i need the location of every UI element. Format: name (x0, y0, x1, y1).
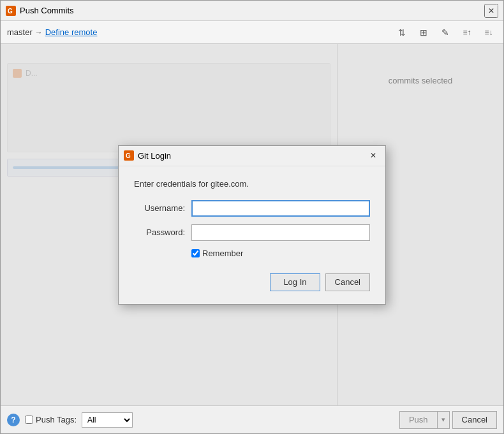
dialog-git-icon: G (124, 150, 134, 161)
branch-info: master → Define remote (7, 27, 394, 37)
define-remote-link[interactable]: Define remote (45, 27, 98, 37)
username-input[interactable] (191, 200, 370, 217)
app-icon: G (6, 6, 16, 16)
login-button[interactable]: Log In (270, 273, 320, 291)
remember-row: Remember (191, 249, 370, 258)
bottom-right-buttons: Push ▾ Cancel (399, 411, 497, 429)
password-label: Password: (134, 228, 185, 237)
branch-bar: master → Define remote ⇅ ⊞ ✎ ≡↑ ≡↓ (1, 21, 503, 44)
branch-name: master (7, 27, 33, 37)
dialog-close-button[interactable]: ✕ (366, 148, 380, 163)
push-tags-group: Push Tags: (25, 415, 77, 424)
branch-arrow: → (35, 28, 43, 37)
svg-text:G: G (8, 8, 13, 15)
dialog-title: Git Login (138, 151, 366, 161)
remember-checkbox[interactable] (191, 249, 200, 257)
username-row: Username: (134, 200, 370, 217)
dialog-title-bar: G Git Login ✕ (119, 146, 385, 166)
content-area: D... Cancel commits selected (1, 44, 503, 405)
toolbar-btn-5[interactable]: ≡↓ (480, 25, 497, 40)
git-login-dialog: G Git Login ✕ Enter credentials for gite… (118, 145, 386, 305)
dialog-cancel-button[interactable]: Cancel (325, 273, 370, 291)
dialog-backdrop: G Git Login ✕ Enter credentials for gite… (1, 44, 503, 405)
dialog-buttons: Log In Cancel (134, 271, 370, 291)
window-title: Push Commits (20, 6, 484, 15)
main-window: G Push Commits ✕ master → Define remote … (0, 0, 504, 434)
help-button[interactable]: ? (7, 414, 20, 426)
dialog-body: Enter credentials for gitee.com. Usernam… (119, 166, 385, 304)
window-close-button[interactable]: ✕ (484, 4, 498, 18)
svg-text:G: G (126, 152, 131, 159)
main-cancel-button[interactable]: Cancel (452, 411, 497, 429)
toolbar-btn-3[interactable]: ✎ (437, 25, 454, 40)
password-input[interactable] (191, 224, 370, 241)
tags-select[interactable]: All (82, 412, 133, 428)
bottom-bar: ? Push Tags: All Push ▾ Cancel (1, 405, 503, 433)
username-label: Username: (134, 203, 185, 213)
title-bar: G Push Commits ✕ (1, 1, 503, 21)
toolbar-btn-2[interactable]: ⊞ (415, 25, 432, 40)
push-tags-checkbox[interactable] (25, 416, 33, 424)
push-btn-group: Push ▾ (399, 411, 450, 429)
push-tags-label: Push Tags: (36, 415, 77, 424)
toolbar-btn-4[interactable]: ≡↑ (459, 25, 475, 40)
remember-label: Remember (202, 249, 243, 258)
push-dropdown-arrow[interactable]: ▾ (437, 411, 450, 429)
push-button[interactable]: Push (399, 411, 437, 429)
toolbar-buttons: ⇅ ⊞ ✎ ≡↑ ≡↓ (394, 25, 497, 40)
toolbar-btn-1[interactable]: ⇅ (394, 25, 410, 40)
dialog-message: Enter credentials for gitee.com. (134, 179, 370, 189)
password-row: Password: (134, 224, 370, 241)
